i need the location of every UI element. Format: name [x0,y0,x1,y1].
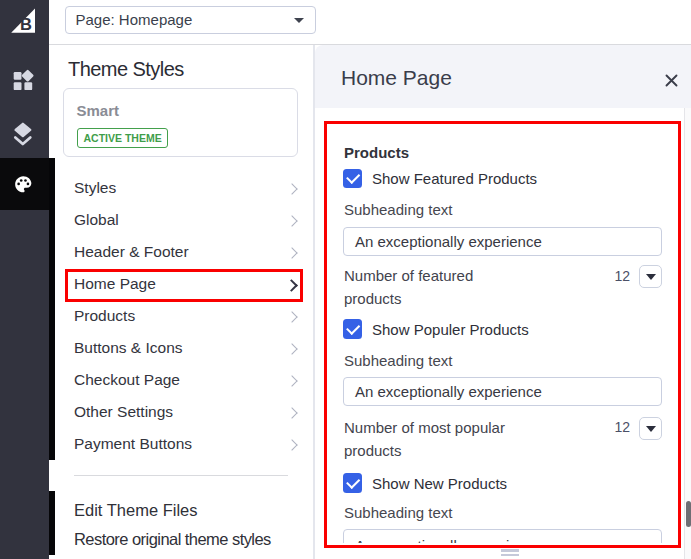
svg-text:B: B [20,15,32,33]
